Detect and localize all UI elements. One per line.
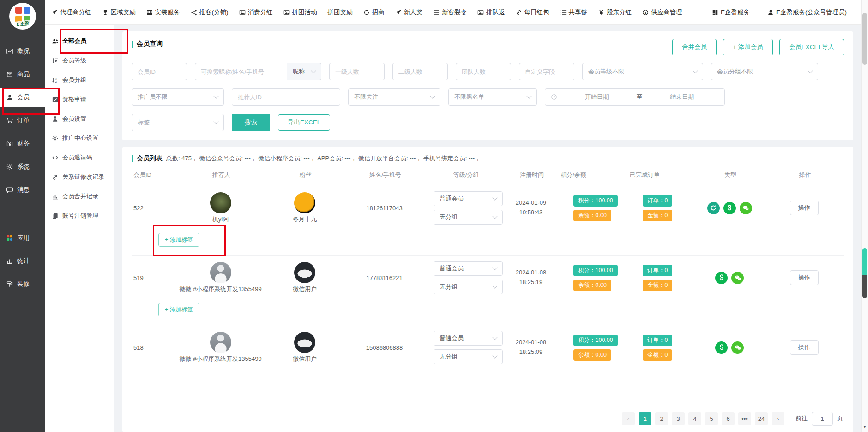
submenu-item-promotion-settings[interactable]: 推广中心设置 <box>45 128 114 148</box>
sidebar-item-orders[interactable]: 订单 <box>0 111 45 130</box>
sidebar-item-goods[interactable]: 商品 <box>0 65 45 84</box>
row-action-button[interactable]: 操作 <box>790 340 819 355</box>
topnav-item-group-reward[interactable]: 拼团奖励 <box>328 8 353 17</box>
selected-value: 会员分组不限 <box>717 67 753 76</box>
search-type-select[interactable]: 昵称 <box>287 63 321 80</box>
add-member-button[interactable]: + 添加会员 <box>723 39 773 55</box>
topnav-item-consume-dividend[interactable]: 消费分红 <box>239 8 273 17</box>
row-action-button[interactable]: 操作 <box>790 201 819 215</box>
member-id-input[interactable] <box>132 63 187 80</box>
row-group-select[interactable]: 无分组 <box>434 280 503 294</box>
sidebar-item-statistics[interactable]: 统计 <box>0 251 45 271</box>
member-phone: 18126117043 <box>342 205 427 212</box>
referrer-avatar[interactable] <box>210 192 231 213</box>
fan-avatar[interactable] <box>294 262 315 283</box>
topnav-item-distribution[interactable]: 推客(分销) <box>191 8 229 17</box>
promoter-select[interactable]: 推广员不限 <box>132 88 224 106</box>
team-count-input[interactable] <box>456 63 511 80</box>
referrer-id-input[interactable] <box>232 88 340 106</box>
sidebar-item-decoration[interactable]: 装修 <box>0 274 45 294</box>
topnav-item-group-activity[interactable]: 拼团活动 <box>283 8 317 17</box>
topnav-item-investment[interactable]: 招商 <box>363 8 385 17</box>
sidebar-item-overview[interactable]: 概况 <box>0 42 45 61</box>
merge-members-button[interactable]: 合并会员 <box>672 39 717 55</box>
page-button-4[interactable]: 4 <box>688 412 701 425</box>
row-group-select[interactable]: 无分组 <box>434 210 503 225</box>
submenu-item-member-groups[interactable]: AZ 会员分组 <box>45 70 114 90</box>
topnav-item-shareholder-dividend[interactable]: 股东分红 <box>598 8 632 17</box>
plane-icon <box>51 9 58 16</box>
level2-count-input[interactable] <box>392 63 448 80</box>
goto-page-input[interactable] <box>812 412 833 426</box>
scrollbar-marker-dark[interactable] <box>862 275 867 298</box>
account-menu[interactable]: E企盈服务(公众号管理员) <box>767 8 847 17</box>
row-level-select[interactable]: 普通会员 <box>434 261 503 276</box>
row-group-select[interactable]: 无分组 <box>434 349 503 364</box>
scroll-down-arrow-icon[interactable]: ▾ <box>862 425 868 429</box>
fan-avatar[interactable] <box>294 192 315 213</box>
topnav-item-region-reward[interactable]: 区域奖励 <box>102 8 136 17</box>
scrollbar-thumb[interactable] <box>862 13 867 65</box>
topnav-item-supplier-management[interactable]: S 供应商管理 <box>642 8 682 17</box>
topnav-item-agent-dividend[interactable]: 代理商分红 <box>51 8 91 17</box>
prev-page-button[interactable]: ‹ <box>622 412 635 425</box>
search-button[interactable]: 搜索 <box>232 114 270 131</box>
tag-select[interactable]: 标签 <box>132 114 224 131</box>
member-level-select[interactable]: 会员等级不限 <box>582 63 703 80</box>
row-level-select[interactable]: 普通会员 <box>434 191 503 206</box>
fan-cell: 微信用户 <box>268 332 342 364</box>
page-button-24[interactable]: 24 <box>755 412 768 425</box>
page-button-5[interactable]: 5 <box>705 412 718 425</box>
member-group-select[interactable]: 会员分组不限 <box>711 63 818 80</box>
topnav-item-install-service[interactable]: 安装服务 <box>146 8 180 17</box>
action-cell: 操作 <box>764 201 844 215</box>
level1-count-input[interactable] <box>329 63 385 80</box>
blacklist-select[interactable]: 不限黑名单 <box>448 88 537 106</box>
member-type-cell <box>695 341 764 354</box>
submenu-item-account-cancellation[interactable]: 账号注销管理 <box>45 206 114 225</box>
submenu-item-qualification[interactable]: 资格申请 <box>45 90 114 109</box>
app-logo[interactable]: E企盈 <box>9 3 36 30</box>
export-excel-button[interactable]: 导出EXCEL <box>278 114 330 131</box>
page-button-1[interactable]: 1 <box>639 412 651 425</box>
search-input[interactable] <box>195 63 287 80</box>
add-tag-button[interactable]: + 添加标签 <box>158 233 199 247</box>
submenu-item-merge-log[interactable]: 会员合并记录 <box>45 187 114 206</box>
page-ellipsis[interactable]: ••• <box>738 412 751 425</box>
excel-import-button[interactable]: 会员EXCEL导入 <box>779 39 844 55</box>
date-range-picker[interactable]: 开始日期 至 结束日期 <box>545 88 725 106</box>
sidebar-item-messages[interactable]: 消息 <box>0 180 45 200</box>
follow-status-select[interactable]: 不限关注 <box>348 88 440 106</box>
topnav-item-newcomer-award[interactable]: 新人奖 <box>395 8 423 17</box>
topnav-item-daily-red-packet[interactable]: 每日红包 <box>516 8 549 17</box>
referrer-avatar[interactable] <box>210 262 231 283</box>
row-action-button[interactable]: 操作 <box>790 270 819 285</box>
referrer-avatar[interactable] <box>210 332 231 353</box>
apps-grid-icon <box>6 234 13 242</box>
topnav-item-share-chain[interactable]: 共享链 <box>560 8 588 17</box>
custom-field-input[interactable] <box>519 63 574 80</box>
submenu-item-member-settings[interactable]: 会员设置 <box>45 109 114 128</box>
add-tag-button[interactable]: + 添加标签 <box>158 303 199 316</box>
scrollbar-marker-teal[interactable] <box>862 248 867 275</box>
page-button-3[interactable]: 3 <box>672 412 685 425</box>
page-scrollbar[interactable]: ▾ <box>861 0 868 432</box>
submenu-item-relation-log[interactable]: 关系链修改记录 <box>45 167 114 187</box>
sidebar-item-system[interactable]: 系统 <box>0 157 45 176</box>
row-level-select[interactable]: 普通会员 <box>434 331 503 346</box>
sidebar-item-finance[interactable]: 财务 <box>0 134 45 153</box>
submenu-item-all-members[interactable]: 全部会员 <box>45 31 114 51</box>
next-page-button[interactable]: › <box>772 412 784 425</box>
sidebar-item-apps[interactable]: 应用 <box>0 228 45 248</box>
submenu-item-member-levels[interactable]: 会员等级 <box>45 51 114 70</box>
topnav-item-new-customer-fission[interactable]: 新客裂变 <box>433 8 467 17</box>
date-to-label: 至 <box>637 93 643 101</box>
title-accent-bar <box>132 41 133 48</box>
submenu-item-invite-code[interactable]: 会员邀请码 <box>45 148 114 167</box>
page-button-6[interactable]: 6 <box>722 412 735 425</box>
service-center-link[interactable]: E企盈服务 <box>712 8 750 17</box>
page-button-2[interactable]: 2 <box>655 412 668 425</box>
topnav-item-queue-return[interactable]: 排队返 <box>477 8 505 17</box>
fan-avatar[interactable] <box>294 332 315 353</box>
sidebar-item-members[interactable]: 会员 <box>0 88 45 107</box>
